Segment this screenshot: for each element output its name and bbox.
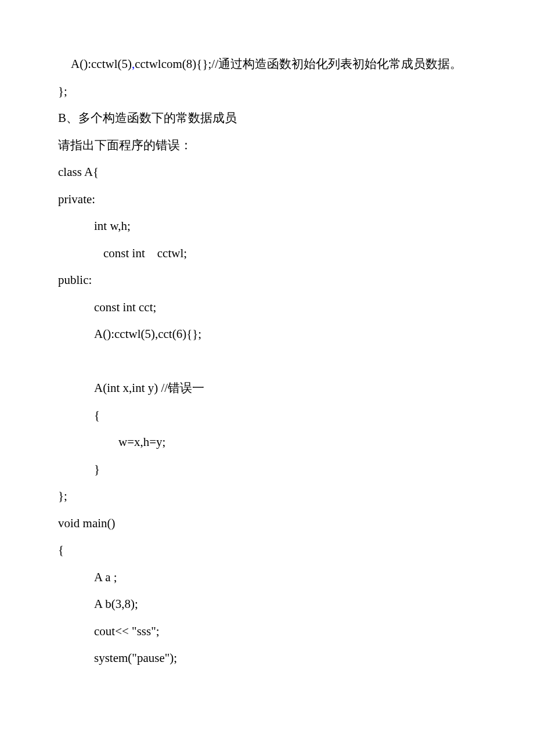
code-line: private: [58, 193, 476, 206]
code-line: public: [58, 274, 476, 286]
body-text: 请指出下面程序的错误： [58, 138, 192, 152]
code-line: A b(3,8); [58, 598, 476, 610]
code-line: }; [58, 490, 476, 502]
code-line: system("pause"); [58, 652, 476, 664]
code-text: system("pause"); [94, 651, 177, 665]
code-line: A():cctwl(5),cctwlcom(8){};//通过构造函数初始化列表… [58, 58, 476, 70]
blank-line [58, 355, 476, 368]
code-line: const int cct; [58, 301, 476, 314]
code-text: const int cctwl; [103, 246, 187, 260]
code-text: void main() [58, 516, 116, 530]
code-text: public: [58, 273, 92, 287]
code-text: cctwlcom(8){};//通过构造函数初始化列表初始化常成员数据。 [135, 57, 462, 71]
code-text: const int cct; [94, 300, 156, 314]
heading-line: B、多个构造函数下的常数据成员 [58, 112, 476, 124]
heading-text: B、多个构造函数下的常数据成员 [58, 111, 237, 125]
code-text: A(int x,int y) //错误一 [94, 381, 204, 395]
code-line: } [58, 463, 476, 476]
code-text: } [94, 462, 100, 476]
code-line: int w,h; [58, 220, 476, 232]
code-line: A a ; [58, 571, 476, 584]
code-text: A():cctwl(5),cct(6){}; [94, 327, 201, 341]
code-line: void main() [58, 517, 476, 530]
code-text: A b(3,8); [94, 597, 138, 611]
code-line: cout<< "sss"; [58, 625, 476, 638]
code-line: A(int x,int y) //错误一 [58, 382, 476, 394]
code-line: w=x,h=y; [58, 436, 476, 448]
code-line: A():cctwl(5),cct(6){}; [58, 328, 476, 340]
code-text: { [58, 543, 64, 557]
code-text: w=x,h=y; [118, 435, 165, 449]
blank-text [58, 354, 61, 368]
code-line: }; [58, 85, 476, 98]
code-text: int w,h; [94, 219, 131, 233]
code-text: A():cctwl(5) [71, 57, 132, 71]
code-text: cout<< "sss"; [94, 624, 160, 638]
code-line: { [58, 409, 476, 422]
code-text: class A{ [58, 165, 99, 179]
document-page: A():cctwl(5),cctwlcom(8){};//通过构造函数初始化列表… [0, 0, 534, 756]
code-text: }; [58, 489, 67, 503]
code-line: const int cctwl; [58, 247, 476, 260]
body-line: 请指出下面程序的错误： [58, 139, 476, 152]
code-text: { [94, 408, 100, 422]
code-line: class A{ [58, 166, 476, 178]
code-text: private: [58, 192, 95, 206]
code-text: A a ; [94, 570, 117, 584]
code-text: }; [58, 84, 67, 98]
code-line: { [58, 544, 476, 556]
